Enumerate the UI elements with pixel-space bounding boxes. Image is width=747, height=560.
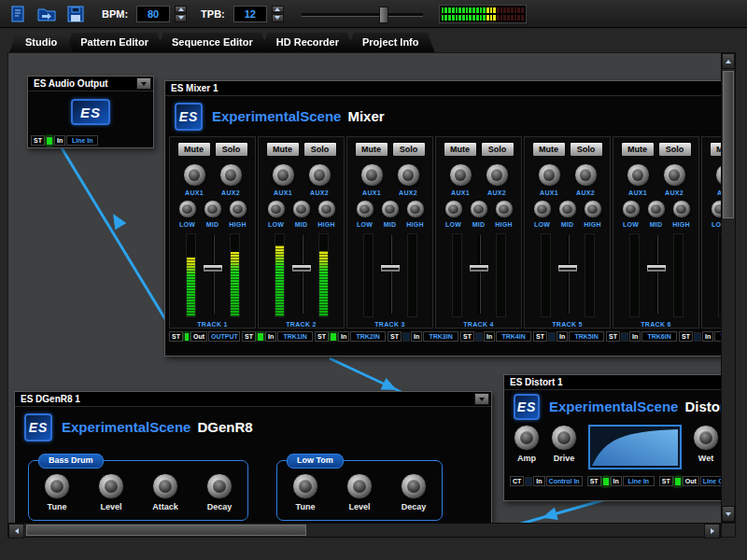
solo-button-track-2[interactable]: Solo	[303, 142, 337, 157]
track-4-aux1-knob[interactable]	[449, 163, 472, 187]
mute-button-track-2[interactable]: Mute	[266, 142, 300, 157]
track-1-low-knob[interactable]	[178, 200, 197, 218]
fader-handle-track-5[interactable]	[557, 264, 578, 273]
track-5-mid-knob[interactable]	[558, 200, 577, 218]
mute-button-track-7[interactable]: Mute	[710, 142, 723, 157]
connector-trk4in[interactable]: STInTRK4IN	[460, 331, 531, 342]
fader-slot-track-6[interactable]	[646, 233, 667, 315]
fader-handle-track-3[interactable]	[380, 264, 401, 273]
dgenr8-low-tom-level-knob[interactable]	[346, 473, 373, 499]
track-6-high-knob[interactable]	[672, 200, 691, 218]
master-volume-slider[interactable]	[302, 6, 423, 22]
connector-trk3in[interactable]: STInTRK3IN	[388, 331, 458, 342]
distort-drive-knob[interactable]	[551, 425, 577, 451]
track-5-aux1-knob[interactable]	[538, 163, 561, 187]
track-2-mid-knob[interactable]	[292, 200, 311, 218]
mute-button-track-1[interactable]: Mute	[177, 142, 211, 157]
tpb-spin-down-button[interactable]	[272, 14, 284, 22]
track-2-low-knob[interactable]	[267, 200, 286, 218]
fader-slot-track-2[interactable]	[291, 233, 312, 315]
collapse-button[interactable]	[474, 393, 489, 405]
connector-control-in[interactable]: CTInControl In	[510, 476, 583, 486]
track-6-low-knob[interactable]	[622, 200, 641, 218]
track-6-aux1-knob[interactable]	[627, 163, 650, 187]
horizontal-scrollbar[interactable]	[7, 523, 721, 538]
connector-line-out[interactable]: STOutLine Out	[659, 476, 722, 486]
scroll-down-button[interactable]	[722, 506, 735, 522]
solo-button-track-3[interactable]: Solo	[392, 142, 426, 157]
track-2-high-knob[interactable]	[317, 200, 336, 218]
fader-slot-track-5[interactable]	[557, 233, 578, 315]
dgenr8-bass-drum-attack-knob[interactable]	[152, 473, 178, 499]
connector-trk5in[interactable]: STInTRK5IN	[533, 331, 604, 342]
tab-pattern-editor[interactable]: Pattern Editor	[64, 33, 164, 52]
track-4-mid-knob[interactable]	[470, 200, 488, 218]
solo-button-track-1[interactable]: Solo	[215, 142, 248, 157]
fader-handle-track-6[interactable]	[646, 264, 667, 273]
solo-button-track-4[interactable]: Solo	[481, 142, 514, 157]
track-1-mid-knob[interactable]	[204, 200, 222, 218]
bpm-spin-up-button[interactable]	[175, 6, 187, 14]
tab-hd-recorder[interactable]: HD Recorder	[261, 33, 355, 52]
connector-trk6in[interactable]: STInTRK6IN	[606, 331, 677, 342]
vertical-scrollbar[interactable]	[721, 52, 736, 523]
connector-trk2in[interactable]: STInTRK2IN	[315, 331, 386, 342]
save-project-button[interactable]	[63, 3, 88, 25]
dgenr8-bass-drum-decay-knob[interactable]	[206, 473, 233, 499]
fader-handle-track-1[interactable]	[203, 264, 223, 273]
scroll-right-button[interactable]	[704, 524, 720, 539]
distort-amp-knob[interactable]	[514, 425, 540, 451]
mute-button-track-3[interactable]: Mute	[355, 142, 388, 157]
hscroll-track[interactable]	[24, 524, 704, 537]
track-2-aux1-knob[interactable]	[272, 163, 295, 187]
slider-thumb[interactable]	[379, 7, 388, 23]
track-4-high-knob[interactable]	[495, 200, 514, 218]
vscroll-track[interactable]	[722, 69, 735, 506]
fader-slot-track-1[interactable]	[203, 233, 223, 315]
dgenr8-low-tom-tune-knob[interactable]	[292, 473, 318, 499]
connector-trk1in[interactable]: STInTRK1IN	[242, 331, 313, 342]
wire-distort-out[interactable]	[499, 497, 613, 524]
mixer-titlebar[interactable]: ES Mixer 1	[165, 81, 722, 96]
track-5-high-knob[interactable]	[584, 200, 602, 218]
connector-line-in[interactable]: STInLine In	[31, 135, 98, 146]
track-4-aux2-knob[interactable]	[486, 163, 509, 187]
dgenr8-bass-drum-tune-knob[interactable]	[44, 473, 70, 499]
track-3-high-knob[interactable]	[406, 200, 425, 218]
scroll-left-button[interactable]	[8, 524, 24, 539]
tpb-value-box[interactable]: 12	[233, 6, 267, 22]
audio-output-titlebar[interactable]: ES Audio Output	[28, 77, 153, 91]
tab-sequence-editor[interactable]: Sequence Editor	[156, 33, 269, 52]
mute-button-track-4[interactable]: Mute	[444, 142, 477, 157]
track-1-aux2-knob[interactable]	[219, 163, 243, 187]
track-5-aux2-knob[interactable]	[574, 163, 598, 187]
bpm-spin-down-button[interactable]	[175, 14, 187, 22]
track-6-mid-knob[interactable]	[647, 200, 666, 218]
mute-button-track-5[interactable]: Mute	[532, 142, 566, 157]
mute-button-track-6[interactable]: Mute	[621, 142, 655, 157]
tab-project-info[interactable]: Project Info	[346, 33, 435, 52]
distort-titlebar[interactable]: ES Distort 1	[504, 375, 722, 390]
fader-handle-track-4[interactable]	[469, 264, 489, 273]
dgenr8-titlebar[interactable]: ES DGenR8 1	[15, 392, 491, 407]
dgenr8-low-tom-decay-knob[interactable]	[401, 473, 427, 499]
fader-handle-track-2[interactable]	[291, 264, 312, 273]
tab-studio[interactable]: Studio	[9, 33, 73, 52]
vscroll-thumb[interactable]	[723, 71, 734, 218]
track-3-aux2-knob[interactable]	[397, 163, 420, 187]
solo-button-track-5[interactable]: Solo	[570, 142, 603, 157]
track-4-low-knob[interactable]	[444, 200, 463, 218]
track-3-low-knob[interactable]	[356, 200, 374, 218]
track-2-aux2-knob[interactable]	[308, 163, 331, 187]
distort-wet-knob[interactable]	[693, 425, 719, 451]
track-6-aux2-knob[interactable]	[663, 163, 686, 187]
open-project-button[interactable]	[35, 3, 59, 25]
connector-line-in[interactable]: STInLine In	[587, 476, 655, 486]
bpm-value-box[interactable]: 80	[136, 6, 170, 22]
track-5-low-knob[interactable]	[533, 200, 552, 218]
connector-trk7in[interactable]: STInTRK7IN	[679, 331, 722, 342]
tpb-spin-up-button[interactable]	[272, 6, 284, 14]
solo-button-track-6[interactable]: Solo	[658, 142, 692, 157]
connector-output[interactable]: STOutOUTPUT	[169, 331, 240, 342]
scroll-up-button[interactable]	[722, 53, 735, 69]
